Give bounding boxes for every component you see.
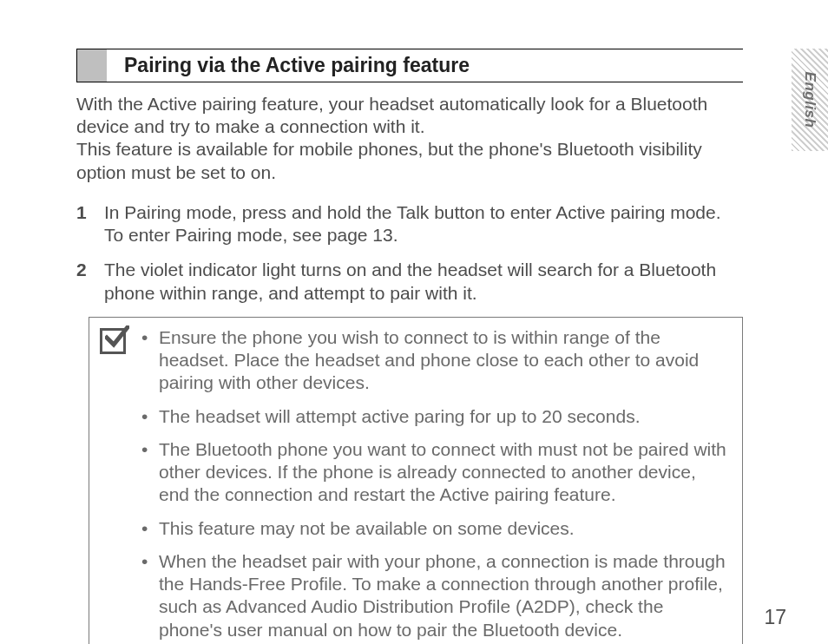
note-list: Ensure the phone you wish to connect to …: [138, 326, 730, 641]
step-item: 1 In Pairing mode, press and hold the Ta…: [76, 201, 734, 247]
intro-text: With the Active pairing feature, your he…: [76, 93, 734, 184]
numbered-steps: 1 In Pairing mode, press and hold the Ta…: [76, 201, 734, 305]
intro-line-2: This feature is available for mobile pho…: [76, 138, 734, 184]
step-item: 2 The violet indicator light turns on an…: [76, 259, 734, 305]
manual-page: English Pairing via the Active pairing f…: [0, 0, 828, 644]
note-box: Ensure the phone you wish to connect to …: [89, 317, 743, 644]
note-item: When the headset pair with your phone, a…: [138, 550, 730, 641]
page-number: 17: [764, 605, 786, 630]
intro-line-1: With the Active pairing feature, your he…: [76, 93, 734, 139]
step-number: 1: [76, 201, 104, 247]
language-tab: English: [792, 49, 828, 151]
checkmark-box-icon: [100, 328, 126, 354]
note-inner: Ensure the phone you wish to connect to …: [100, 326, 730, 641]
section-heading: Pairing via the Active pairing feature: [107, 49, 743, 82]
checkmark-icon: [105, 325, 129, 350]
checkmark-container: [100, 326, 138, 641]
note-item: Ensure the phone you wish to connect to …: [138, 326, 730, 395]
step-number: 2: [76, 259, 104, 305]
heading-accent-block: [77, 49, 107, 82]
section-heading-row: Pairing via the Active pairing feature: [76, 49, 743, 82]
language-label: English: [800, 72, 818, 128]
note-item: This feature may not be available on som…: [138, 517, 730, 540]
step-text: In Pairing mode, press and hold the Talk…: [104, 201, 734, 247]
note-item: The headset will attempt active paring f…: [138, 405, 730, 428]
step-text: The violet indicator light turns on and …: [104, 259, 734, 305]
note-item: The Bluetooth phone you want to connect …: [138, 438, 730, 507]
